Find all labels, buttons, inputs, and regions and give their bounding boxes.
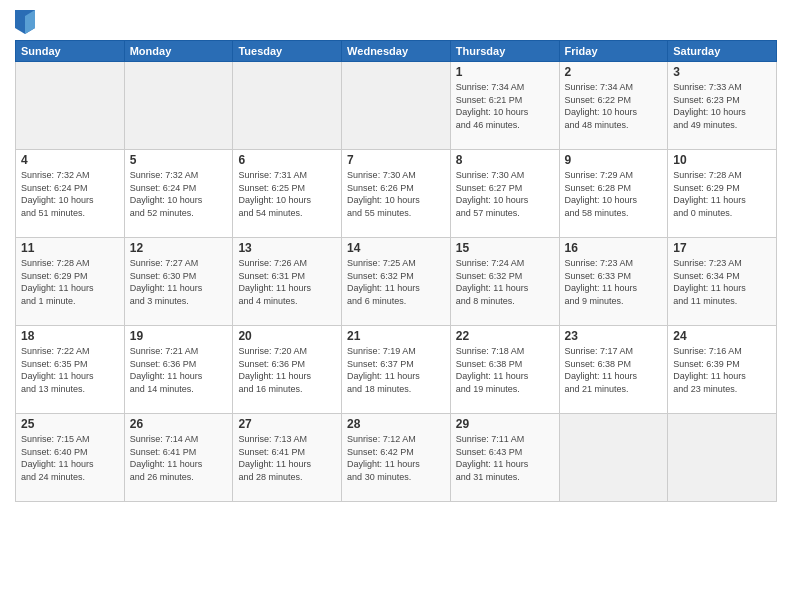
cell-date-number: 10 bbox=[673, 153, 771, 167]
cell-date-number: 22 bbox=[456, 329, 554, 343]
cell-date-number: 12 bbox=[130, 241, 228, 255]
cell-info-text: Sunrise: 7:24 AMSunset: 6:32 PMDaylight:… bbox=[456, 257, 554, 307]
cell-date-number: 23 bbox=[565, 329, 663, 343]
calendar-cell: 13Sunrise: 7:26 AMSunset: 6:31 PMDayligh… bbox=[233, 238, 342, 326]
cell-info-text: Sunrise: 7:17 AMSunset: 6:38 PMDaylight:… bbox=[565, 345, 663, 395]
calendar-cell: 14Sunrise: 7:25 AMSunset: 6:32 PMDayligh… bbox=[342, 238, 451, 326]
cell-info-text: Sunrise: 7:14 AMSunset: 6:41 PMDaylight:… bbox=[130, 433, 228, 483]
cell-date-number: 8 bbox=[456, 153, 554, 167]
calendar-cell: 1Sunrise: 7:34 AMSunset: 6:21 PMDaylight… bbox=[450, 62, 559, 150]
calendar-header: SundayMondayTuesdayWednesdayThursdayFrid… bbox=[16, 41, 777, 62]
week-row-3: 11Sunrise: 7:28 AMSunset: 6:29 PMDayligh… bbox=[16, 238, 777, 326]
cell-date-number: 29 bbox=[456, 417, 554, 431]
week-row-1: 1Sunrise: 7:34 AMSunset: 6:21 PMDaylight… bbox=[16, 62, 777, 150]
cell-date-number: 1 bbox=[456, 65, 554, 79]
calendar-cell bbox=[233, 62, 342, 150]
calendar-cell: 27Sunrise: 7:13 AMSunset: 6:41 PMDayligh… bbox=[233, 414, 342, 502]
cell-date-number: 6 bbox=[238, 153, 336, 167]
calendar-cell bbox=[559, 414, 668, 502]
day-header-tuesday: Tuesday bbox=[233, 41, 342, 62]
calendar-cell: 21Sunrise: 7:19 AMSunset: 6:37 PMDayligh… bbox=[342, 326, 451, 414]
calendar-cell bbox=[342, 62, 451, 150]
calendar-cell: 9Sunrise: 7:29 AMSunset: 6:28 PMDaylight… bbox=[559, 150, 668, 238]
cell-date-number: 26 bbox=[130, 417, 228, 431]
calendar-cell bbox=[668, 414, 777, 502]
calendar-cell: 3Sunrise: 7:33 AMSunset: 6:23 PMDaylight… bbox=[668, 62, 777, 150]
calendar: SundayMondayTuesdayWednesdayThursdayFrid… bbox=[15, 40, 777, 502]
logo bbox=[15, 10, 39, 34]
cell-info-text: Sunrise: 7:16 AMSunset: 6:39 PMDaylight:… bbox=[673, 345, 771, 395]
calendar-cell: 25Sunrise: 7:15 AMSunset: 6:40 PMDayligh… bbox=[16, 414, 125, 502]
calendar-cell: 29Sunrise: 7:11 AMSunset: 6:43 PMDayligh… bbox=[450, 414, 559, 502]
cell-info-text: Sunrise: 7:28 AMSunset: 6:29 PMDaylight:… bbox=[21, 257, 119, 307]
calendar-cell: 19Sunrise: 7:21 AMSunset: 6:36 PMDayligh… bbox=[124, 326, 233, 414]
week-row-4: 18Sunrise: 7:22 AMSunset: 6:35 PMDayligh… bbox=[16, 326, 777, 414]
cell-info-text: Sunrise: 7:22 AMSunset: 6:35 PMDaylight:… bbox=[21, 345, 119, 395]
cell-date-number: 18 bbox=[21, 329, 119, 343]
calendar-cell bbox=[16, 62, 125, 150]
page: SundayMondayTuesdayWednesdayThursdayFrid… bbox=[0, 0, 792, 612]
calendar-cell: 7Sunrise: 7:30 AMSunset: 6:26 PMDaylight… bbox=[342, 150, 451, 238]
calendar-cell: 23Sunrise: 7:17 AMSunset: 6:38 PMDayligh… bbox=[559, 326, 668, 414]
day-header-thursday: Thursday bbox=[450, 41, 559, 62]
calendar-cell: 11Sunrise: 7:28 AMSunset: 6:29 PMDayligh… bbox=[16, 238, 125, 326]
calendar-cell: 22Sunrise: 7:18 AMSunset: 6:38 PMDayligh… bbox=[450, 326, 559, 414]
calendar-cell: 20Sunrise: 7:20 AMSunset: 6:36 PMDayligh… bbox=[233, 326, 342, 414]
cell-date-number: 13 bbox=[238, 241, 336, 255]
day-header-saturday: Saturday bbox=[668, 41, 777, 62]
cell-info-text: Sunrise: 7:25 AMSunset: 6:32 PMDaylight:… bbox=[347, 257, 445, 307]
cell-date-number: 5 bbox=[130, 153, 228, 167]
cell-info-text: Sunrise: 7:12 AMSunset: 6:42 PMDaylight:… bbox=[347, 433, 445, 483]
cell-date-number: 15 bbox=[456, 241, 554, 255]
day-header-wednesday: Wednesday bbox=[342, 41, 451, 62]
cell-info-text: Sunrise: 7:13 AMSunset: 6:41 PMDaylight:… bbox=[238, 433, 336, 483]
cell-info-text: Sunrise: 7:27 AMSunset: 6:30 PMDaylight:… bbox=[130, 257, 228, 307]
cell-info-text: Sunrise: 7:29 AMSunset: 6:28 PMDaylight:… bbox=[565, 169, 663, 219]
calendar-cell: 26Sunrise: 7:14 AMSunset: 6:41 PMDayligh… bbox=[124, 414, 233, 502]
cell-info-text: Sunrise: 7:30 AMSunset: 6:27 PMDaylight:… bbox=[456, 169, 554, 219]
week-row-5: 25Sunrise: 7:15 AMSunset: 6:40 PMDayligh… bbox=[16, 414, 777, 502]
cell-info-text: Sunrise: 7:18 AMSunset: 6:38 PMDaylight:… bbox=[456, 345, 554, 395]
calendar-cell: 6Sunrise: 7:31 AMSunset: 6:25 PMDaylight… bbox=[233, 150, 342, 238]
cell-info-text: Sunrise: 7:26 AMSunset: 6:31 PMDaylight:… bbox=[238, 257, 336, 307]
logo-icon bbox=[15, 10, 35, 34]
calendar-cell: 18Sunrise: 7:22 AMSunset: 6:35 PMDayligh… bbox=[16, 326, 125, 414]
cell-date-number: 24 bbox=[673, 329, 771, 343]
cell-date-number: 21 bbox=[347, 329, 445, 343]
cell-info-text: Sunrise: 7:31 AMSunset: 6:25 PMDaylight:… bbox=[238, 169, 336, 219]
cell-date-number: 20 bbox=[238, 329, 336, 343]
cell-date-number: 4 bbox=[21, 153, 119, 167]
header bbox=[15, 10, 777, 34]
calendar-cell: 12Sunrise: 7:27 AMSunset: 6:30 PMDayligh… bbox=[124, 238, 233, 326]
calendar-cell: 4Sunrise: 7:32 AMSunset: 6:24 PMDaylight… bbox=[16, 150, 125, 238]
calendar-cell: 24Sunrise: 7:16 AMSunset: 6:39 PMDayligh… bbox=[668, 326, 777, 414]
cell-info-text: Sunrise: 7:34 AMSunset: 6:22 PMDaylight:… bbox=[565, 81, 663, 131]
cell-date-number: 11 bbox=[21, 241, 119, 255]
cell-date-number: 19 bbox=[130, 329, 228, 343]
header-row: SundayMondayTuesdayWednesdayThursdayFrid… bbox=[16, 41, 777, 62]
cell-info-text: Sunrise: 7:32 AMSunset: 6:24 PMDaylight:… bbox=[130, 169, 228, 219]
cell-info-text: Sunrise: 7:23 AMSunset: 6:34 PMDaylight:… bbox=[673, 257, 771, 307]
cell-date-number: 27 bbox=[238, 417, 336, 431]
calendar-cell: 2Sunrise: 7:34 AMSunset: 6:22 PMDaylight… bbox=[559, 62, 668, 150]
cell-date-number: 16 bbox=[565, 241, 663, 255]
calendar-cell: 28Sunrise: 7:12 AMSunset: 6:42 PMDayligh… bbox=[342, 414, 451, 502]
cell-info-text: Sunrise: 7:32 AMSunset: 6:24 PMDaylight:… bbox=[21, 169, 119, 219]
cell-info-text: Sunrise: 7:23 AMSunset: 6:33 PMDaylight:… bbox=[565, 257, 663, 307]
calendar-cell: 10Sunrise: 7:28 AMSunset: 6:29 PMDayligh… bbox=[668, 150, 777, 238]
cell-info-text: Sunrise: 7:15 AMSunset: 6:40 PMDaylight:… bbox=[21, 433, 119, 483]
calendar-cell: 8Sunrise: 7:30 AMSunset: 6:27 PMDaylight… bbox=[450, 150, 559, 238]
calendar-cell: 16Sunrise: 7:23 AMSunset: 6:33 PMDayligh… bbox=[559, 238, 668, 326]
cell-date-number: 9 bbox=[565, 153, 663, 167]
cell-info-text: Sunrise: 7:11 AMSunset: 6:43 PMDaylight:… bbox=[456, 433, 554, 483]
cell-info-text: Sunrise: 7:33 AMSunset: 6:23 PMDaylight:… bbox=[673, 81, 771, 131]
cell-date-number: 2 bbox=[565, 65, 663, 79]
cell-info-text: Sunrise: 7:30 AMSunset: 6:26 PMDaylight:… bbox=[347, 169, 445, 219]
cell-info-text: Sunrise: 7:20 AMSunset: 6:36 PMDaylight:… bbox=[238, 345, 336, 395]
cell-date-number: 14 bbox=[347, 241, 445, 255]
cell-date-number: 25 bbox=[21, 417, 119, 431]
calendar-cell: 17Sunrise: 7:23 AMSunset: 6:34 PMDayligh… bbox=[668, 238, 777, 326]
week-row-2: 4Sunrise: 7:32 AMSunset: 6:24 PMDaylight… bbox=[16, 150, 777, 238]
cell-date-number: 28 bbox=[347, 417, 445, 431]
cell-info-text: Sunrise: 7:19 AMSunset: 6:37 PMDaylight:… bbox=[347, 345, 445, 395]
